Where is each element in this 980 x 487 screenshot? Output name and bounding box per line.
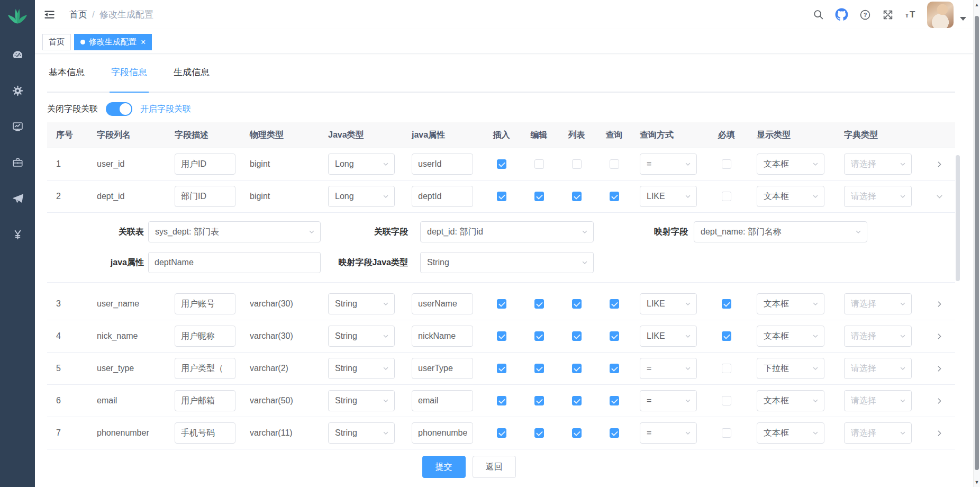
monitor-icon[interactable] xyxy=(12,121,24,133)
list-checkbox[interactable] xyxy=(572,396,582,405)
insert-checkbox[interactable] xyxy=(497,192,506,201)
toolbox-icon[interactable] xyxy=(12,157,24,169)
caret-down-icon[interactable] xyxy=(960,17,966,21)
fullscreen-icon[interactable] xyxy=(882,9,894,21)
query-checkbox[interactable] xyxy=(610,192,619,201)
display_type-select[interactable]: 文本框 xyxy=(757,390,824,411)
dict_type-select[interactable]: 请选择 xyxy=(844,186,912,207)
expand-row-icon[interactable] xyxy=(935,396,944,405)
expansion-java属性-input[interactable] xyxy=(148,252,321,273)
tag-close-icon[interactable]: × xyxy=(141,38,146,47)
currency-yen-icon[interactable] xyxy=(12,229,24,241)
edit-checkbox[interactable] xyxy=(534,364,544,373)
insert-checkbox[interactable] xyxy=(497,159,506,169)
list-checkbox[interactable] xyxy=(572,299,582,309)
insert-checkbox[interactable] xyxy=(497,331,506,341)
edit-checkbox[interactable] xyxy=(534,331,544,341)
dict_type-select[interactable]: 请选择 xyxy=(844,154,912,175)
back-button[interactable]: 返回 xyxy=(473,456,516,478)
insert-checkbox[interactable] xyxy=(497,396,506,405)
description-input[interactable] xyxy=(175,390,235,411)
tag-active[interactable]: 修改生成配置× xyxy=(74,34,152,50)
required-checkbox[interactable] xyxy=(722,299,731,309)
list-checkbox[interactable] xyxy=(572,192,582,201)
edit-checkbox[interactable] xyxy=(534,192,544,201)
query-checkbox[interactable] xyxy=(610,364,619,373)
dict_type-select[interactable]: 请选择 xyxy=(844,358,912,379)
java_attr-input[interactable] xyxy=(412,422,473,444)
list-checkbox[interactable] xyxy=(572,331,582,341)
submit-button[interactable]: 提交 xyxy=(422,456,466,478)
java_type-select[interactable]: Long xyxy=(328,154,395,175)
description-input[interactable] xyxy=(175,326,235,347)
insert-checkbox[interactable] xyxy=(497,428,506,438)
edit-checkbox[interactable] xyxy=(534,396,544,405)
java_attr-input[interactable] xyxy=(412,154,473,175)
java_attr-input[interactable] xyxy=(412,390,473,411)
query_mode-select[interactable]: = xyxy=(640,422,697,444)
required-checkbox[interactable] xyxy=(722,364,731,373)
dashboard-icon[interactable] xyxy=(12,49,24,61)
java_type-select[interactable]: String xyxy=(328,422,395,444)
required-checkbox[interactable] xyxy=(722,428,731,438)
settings-icon[interactable] xyxy=(12,85,24,97)
expansion-关联表-select[interactable]: sys_dept: 部门表 xyxy=(148,221,321,242)
tab-生成信息[interactable]: 生成信息 xyxy=(172,66,211,92)
description-input[interactable] xyxy=(175,293,235,314)
java_attr-input[interactable] xyxy=(412,326,473,347)
display_type-select[interactable]: 文本框 xyxy=(757,293,824,314)
display_type-select[interactable]: 下拉框 xyxy=(757,358,824,379)
description-input[interactable] xyxy=(175,154,235,175)
send-icon[interactable] xyxy=(12,193,24,205)
description-input[interactable] xyxy=(175,186,235,207)
query_mode-select[interactable]: LIKE xyxy=(640,293,697,314)
query_mode-select[interactable]: = xyxy=(640,154,697,175)
font-size-icon[interactable]: тT xyxy=(905,9,919,21)
display_type-select[interactable]: 文本框 xyxy=(757,154,824,175)
query-checkbox[interactable] xyxy=(610,299,619,309)
query-checkbox[interactable] xyxy=(610,331,619,341)
user-avatar[interactable] xyxy=(927,2,954,28)
dict_type-select[interactable]: 请选择 xyxy=(844,390,912,411)
expansion-映射字段-select[interactable]: dept_name: 部门名称 xyxy=(694,221,867,242)
insert-checkbox[interactable] xyxy=(497,364,506,373)
tab-基本信息[interactable]: 基本信息 xyxy=(47,66,86,92)
scroll-up-arrow-icon[interactable]: ▲ xyxy=(974,2,980,7)
query_mode-select[interactable]: LIKE xyxy=(640,326,697,347)
dict_type-select[interactable]: 请选择 xyxy=(844,293,912,314)
display_type-select[interactable]: 文本框 xyxy=(757,326,824,347)
sidebar-collapse-icon[interactable] xyxy=(43,8,56,21)
description-input[interactable] xyxy=(175,422,235,444)
java_type-select[interactable]: Long xyxy=(328,186,395,207)
table-scrollbar-thumb[interactable] xyxy=(956,155,960,281)
page-scrollbar-thumb[interactable] xyxy=(975,16,979,470)
required-checkbox[interactable] xyxy=(722,396,731,405)
github-icon[interactable] xyxy=(835,8,848,21)
association-switch[interactable] xyxy=(106,102,132,116)
list-checkbox[interactable] xyxy=(572,364,582,373)
dict_type-select[interactable]: 请选择 xyxy=(844,326,912,347)
query-checkbox[interactable] xyxy=(610,159,619,169)
scroll-down-arrow-icon[interactable]: ▼ xyxy=(974,480,980,485)
required-checkbox[interactable] xyxy=(722,331,731,341)
search-icon[interactable] xyxy=(813,9,824,20)
query_mode-select[interactable]: = xyxy=(640,358,697,379)
edit-checkbox[interactable] xyxy=(534,159,544,169)
expand-row-icon[interactable] xyxy=(935,160,944,169)
edit-checkbox[interactable] xyxy=(534,299,544,309)
tab-字段信息[interactable]: 字段信息 xyxy=(110,66,149,93)
breadcrumb-home[interactable]: 首页 xyxy=(69,8,87,21)
java_type-select[interactable]: String xyxy=(328,293,395,314)
required-checkbox[interactable] xyxy=(722,159,731,169)
association-on-label[interactable]: 开启字段关联 xyxy=(140,104,191,115)
insert-checkbox[interactable] xyxy=(497,299,506,309)
query-checkbox[interactable] xyxy=(610,428,619,438)
query_mode-select[interactable]: LIKE xyxy=(640,186,697,207)
expand-row-icon[interactable] xyxy=(935,429,944,438)
edit-checkbox[interactable] xyxy=(534,428,544,438)
java_type-select[interactable]: String xyxy=(328,326,395,347)
java_attr-input[interactable] xyxy=(412,186,473,207)
dict_type-select[interactable]: 请选择 xyxy=(844,422,912,444)
java_attr-input[interactable] xyxy=(412,358,473,379)
page-scrollbar[interactable]: ▲ ▼ xyxy=(973,0,980,487)
